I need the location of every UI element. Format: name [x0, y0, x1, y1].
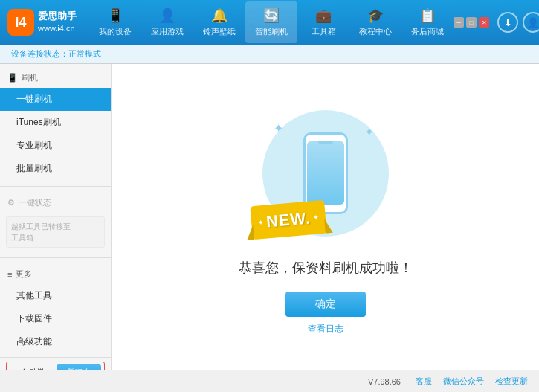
- stars-right: ✦: [312, 213, 319, 222]
- guide-button[interactable]: 新建向导: [57, 364, 101, 370]
- sidebar-item-pro-flash[interactable]: 专业刷机: [0, 134, 111, 157]
- version-label: V7.98.66: [368, 377, 401, 386]
- pro-flash-label: 专业刷机: [16, 139, 52, 152]
- other-tools-label: 其他工具: [16, 289, 52, 302]
- smart-flash-icon: 🔄: [263, 7, 280, 24]
- ribbon-tail-right: [324, 217, 333, 233]
- breadcrumb-status: 正常模式: [68, 49, 101, 58]
- advanced-label: 高级功能: [16, 335, 52, 348]
- flash-header-icon: 📱: [7, 73, 18, 83]
- nav-service-label: 务后商城: [411, 26, 444, 37]
- status-link-wechat[interactable]: 微信公众号: [443, 376, 484, 387]
- sparkle-top-right: ✦: [364, 125, 374, 139]
- sidebar-divider-2: [0, 257, 111, 258]
- sidebar-more-header: ≡ 更多: [0, 264, 111, 284]
- header-right: ─ □ ✕ ⬇ 👤: [454, 12, 539, 33]
- confirm-button[interactable]: 确定: [285, 292, 366, 317]
- service-icon: 📋: [419, 7, 436, 24]
- nav-toolbox-label: 工具箱: [312, 26, 336, 37]
- nav-my-device-label: 我的设备: [99, 26, 132, 37]
- sidebar-flash-section: 📱 刷机 一键刷机 iTunes刷机 专业刷机 批量刷机: [0, 64, 111, 184]
- sidebar-status-section: ⚙ 一键状态 越狱工具已转移至 工具箱: [0, 189, 111, 255]
- auto-activate-checkbox-label[interactable]: 自动激活: [10, 367, 53, 370]
- auto-activate-label: 自动激活: [21, 367, 54, 370]
- sidebar-flash-header: 📱 刷机: [0, 68, 111, 88]
- sidebar-jailbreak-note: 越狱工具已转移至 工具箱: [6, 216, 105, 248]
- nav-ringtones-label: 铃声壁纸: [203, 26, 236, 37]
- success-illustration: ✦ ✦ ✦ ✦ NEW. ✦: [244, 99, 407, 248]
- content-area: ✦ ✦ ✦ ✦ NEW. ✦ 恭喜您，保资料刷机成: [112, 64, 539, 370]
- sidebar: 📱 刷机 一键刷机 iTunes刷机 专业刷机 批量刷机 ⚙ 一键状态: [0, 64, 112, 370]
- success-message: 恭喜您，保资料刷机成功啦！: [239, 259, 413, 277]
- nav-toolbox[interactable]: 💼 工具箱: [297, 1, 349, 43]
- nav-tutorial[interactable]: 🎓 教程中心: [349, 1, 401, 43]
- nav-smart-flash-label: 智能刷机: [255, 26, 288, 37]
- status-header-icon: ⚙: [7, 198, 15, 208]
- sidebar-more-section: ≡ 更多 其他工具 下载固件 高级功能: [0, 260, 111, 357]
- status-link-update[interactable]: 检查更新: [495, 376, 528, 387]
- new-label: NEW.: [265, 208, 311, 231]
- one-key-flash-label: 一键刷机: [16, 93, 52, 106]
- brand-url: www.i4.cn: [38, 23, 77, 34]
- nav-bar: 📱 我的设备 👤 应用游戏 🔔 铃声壁纸 🔄 智能刷机 💼 工具箱 🎓 教程中心…: [89, 1, 454, 43]
- nav-apps-games[interactable]: 👤 应用游戏: [141, 1, 193, 43]
- batch-flash-label: 批量刷机: [16, 162, 52, 175]
- ringtones-icon: 🔔: [211, 7, 227, 24]
- log-link[interactable]: 查看日志: [308, 323, 343, 335]
- breadcrumb: 设备连接状态：正常模式: [0, 45, 539, 64]
- sidebar-status-header: ⚙ 一键状态: [0, 193, 111, 213]
- sidebar-divider-1: [0, 186, 111, 187]
- status-links: 客服 微信公众号 检查更新: [416, 376, 528, 387]
- nav-service[interactable]: 📋 务后商城: [401, 1, 454, 43]
- nav-ringtones[interactable]: 🔔 铃声壁纸: [193, 1, 245, 43]
- sidebar-item-one-key-flash[interactable]: 一键刷机: [0, 88, 111, 111]
- nav-smart-flash[interactable]: 🔄 智能刷机: [245, 1, 297, 43]
- window-maximize-btn[interactable]: □: [466, 17, 477, 28]
- user-btn[interactable]: 👤: [523, 12, 539, 33]
- logo-area: i4 爱思助手 www.i4.cn: [7, 9, 89, 36]
- more-header-label: 更多: [16, 269, 32, 280]
- nav-apps-games-label: 应用游戏: [151, 26, 184, 37]
- phone-screen: [307, 141, 344, 205]
- download-firmware-label: 下载固件: [16, 312, 52, 325]
- breadcrumb-prefix: 设备连接状态：: [11, 49, 68, 58]
- sidebar-item-batch-flash[interactable]: 批量刷机: [0, 157, 111, 180]
- brand-name: 爱思助手: [38, 10, 77, 23]
- phone-notch: [318, 141, 333, 144]
- apps-games-icon: 👤: [159, 7, 175, 24]
- ribbon-tail-left: [245, 225, 254, 240]
- sidebar-item-other-tools[interactable]: 其他工具: [0, 284, 111, 307]
- status-bar: V7.98.66 客服 微信公众号 检查更新: [0, 370, 539, 392]
- status-header-label: 一键状态: [19, 197, 51, 208]
- nav-tutorial-label: 教程中心: [359, 26, 392, 37]
- logo-text: 爱思助手 www.i4.cn: [38, 10, 77, 35]
- window-minimize-btn[interactable]: ─: [454, 17, 464, 28]
- status-link-support[interactable]: 客服: [416, 376, 432, 387]
- tutorial-icon: 🎓: [367, 7, 384, 24]
- app-logo-icon: i4: [7, 9, 34, 36]
- sparkle-top-left: ✦: [274, 121, 283, 135]
- auto-activate-row: 自动激活 新建向导: [6, 362, 105, 370]
- sidebar-item-itunes-flash[interactable]: iTunes刷机: [0, 111, 111, 134]
- sidebar-item-download-firmware[interactable]: 下载固件: [0, 307, 111, 330]
- more-header-icon: ≡: [7, 270, 12, 279]
- ribbon-body: ✦ NEW. ✦: [250, 199, 327, 240]
- header: i4 爱思助手 www.i4.cn 📱 我的设备 👤 应用游戏 🔔 铃声壁纸 🔄…: [0, 0, 539, 45]
- my-device-icon: 📱: [107, 7, 123, 24]
- stars-left: ✦: [257, 217, 264, 226]
- new-ribbon: ✦ NEW. ✦: [251, 203, 340, 244]
- toolbox-icon: 💼: [315, 7, 332, 24]
- download-btn[interactable]: ⬇: [497, 12, 518, 33]
- nav-my-device[interactable]: 📱 我的设备: [89, 1, 141, 43]
- sidebar-item-advanced[interactable]: 高级功能: [0, 330, 111, 353]
- main-layout: 📱 刷机 一键刷机 iTunes刷机 专业刷机 批量刷机 ⚙ 一键状态: [0, 64, 539, 370]
- itunes-flash-label: iTunes刷机: [16, 116, 61, 129]
- window-close-btn[interactable]: ✕: [479, 17, 489, 28]
- flash-header-label: 刷机: [22, 72, 38, 83]
- device-area: 自动激活 新建向导 📱 iPhone 15 Pro Max 512GB iPho…: [0, 357, 111, 370]
